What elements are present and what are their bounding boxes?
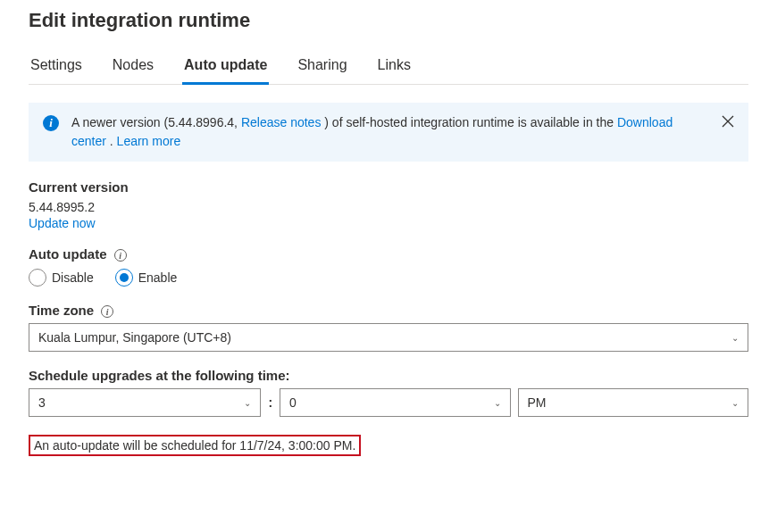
release-notes-link[interactable]: Release notes bbox=[241, 115, 322, 129]
tab-bar: Settings Nodes Auto update Sharing Links bbox=[29, 50, 748, 85]
auto-update-label: Auto update i bbox=[29, 246, 748, 262]
chevron-down-icon: ⌄ bbox=[244, 398, 251, 408]
current-version-value: 5.44.8995.2 bbox=[29, 200, 748, 214]
page-title: Edit integration runtime bbox=[29, 9, 748, 32]
schedule-ampm-select[interactable]: PM ⌄ bbox=[518, 388, 748, 417]
banner-period: . bbox=[106, 134, 117, 148]
tab-sharing[interactable]: Sharing bbox=[296, 50, 348, 84]
radio-disable[interactable]: Disable bbox=[29, 269, 94, 287]
auto-update-label-text: Auto update bbox=[29, 246, 107, 262]
current-version-block: Current version 5.44.8995.2 Update now bbox=[29, 179, 748, 230]
radio-circle-icon bbox=[115, 269, 133, 287]
schedule-ampm-value: PM bbox=[528, 395, 547, 410]
info-banner-text: A newer version (5.44.8996.4, Release no… bbox=[71, 113, 709, 151]
schedule-block: Schedule upgrades at the following time:… bbox=[29, 368, 748, 417]
tab-settings[interactable]: Settings bbox=[29, 50, 84, 84]
scheduled-message-highlight: An auto-update will be scheduled for 11/… bbox=[29, 435, 361, 456]
time-zone-block: Time zone i Kuala Lumpur, Singapore (UTC… bbox=[29, 303, 748, 352]
time-zone-label-text: Time zone bbox=[29, 303, 94, 318]
banner-text-pre: A newer version (5.44.8996.4, bbox=[71, 115, 241, 129]
time-zone-label: Time zone i bbox=[29, 303, 748, 318]
scheduled-message: An auto-update will be scheduled for 11/… bbox=[34, 438, 355, 453]
info-icon: i bbox=[43, 115, 59, 131]
learn-more-link[interactable]: Learn more bbox=[117, 134, 181, 148]
time-colon: : bbox=[268, 395, 272, 410]
schedule-hour-select[interactable]: 3 ⌄ bbox=[29, 388, 261, 417]
current-version-label: Current version bbox=[29, 179, 748, 195]
chevron-down-icon: ⌄ bbox=[731, 333, 739, 343]
tab-nodes[interactable]: Nodes bbox=[111, 50, 155, 84]
close-icon[interactable] bbox=[722, 115, 734, 130]
banner-text-mid: ) of self-hosted integration runtime is … bbox=[321, 115, 617, 129]
tab-links[interactable]: Links bbox=[376, 50, 413, 84]
tab-auto-update[interactable]: Auto update bbox=[182, 50, 269, 85]
info-banner: i A newer version (5.44.8996.4, Release … bbox=[29, 103, 748, 162]
info-hint-icon[interactable]: i bbox=[114, 249, 127, 262]
schedule-hour-value: 3 bbox=[38, 395, 46, 410]
radio-disable-label: Disable bbox=[52, 270, 94, 285]
time-zone-value: Kuala Lumpur, Singapore (UTC+8) bbox=[38, 330, 231, 345]
schedule-minute-select[interactable]: 0 ⌄ bbox=[280, 388, 510, 417]
update-now-link[interactable]: Update now bbox=[29, 216, 96, 230]
chevron-down-icon: ⌄ bbox=[731, 398, 739, 408]
radio-circle-icon bbox=[29, 269, 46, 287]
chevron-down-icon: ⌄ bbox=[494, 398, 501, 408]
auto-update-block: Auto update i Disable Enable bbox=[29, 246, 748, 287]
schedule-minute-value: 0 bbox=[289, 395, 297, 410]
radio-enable-label: Enable bbox=[138, 270, 178, 285]
radio-enable[interactable]: Enable bbox=[115, 269, 178, 287]
time-zone-select[interactable]: Kuala Lumpur, Singapore (UTC+8) ⌄ bbox=[29, 323, 748, 352]
schedule-label: Schedule upgrades at the following time: bbox=[29, 368, 748, 383]
info-hint-icon[interactable]: i bbox=[101, 305, 113, 318]
